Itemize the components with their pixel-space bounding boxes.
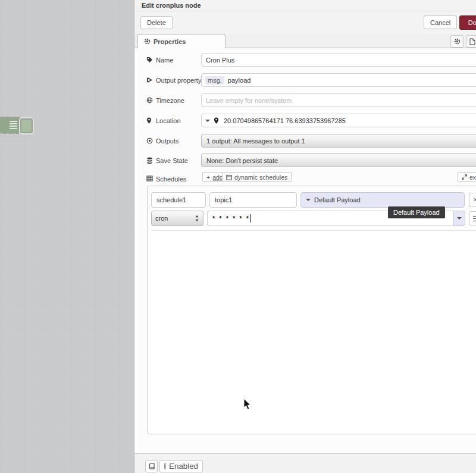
dynamic-schedules-button[interactable]: dynamic schedules xyxy=(222,172,292,182)
database-icon xyxy=(146,157,153,164)
dialog-title: Edit cronplus node xyxy=(142,2,201,9)
table-icon xyxy=(146,176,153,183)
remove-schedule-button[interactable]: × xyxy=(469,193,476,207)
location-input[interactable]: 20.07049865764171 76.63933753967285 xyxy=(201,114,476,127)
cancel-button[interactable]: Cancel xyxy=(424,15,457,29)
map-pin-icon xyxy=(214,117,220,124)
schedules-label: Schedules xyxy=(146,172,201,186)
output-property-input[interactable]: msg. payload xyxy=(201,73,476,87)
name-label: Name xyxy=(146,53,201,67)
timezone-input[interactable] xyxy=(201,93,476,107)
cron-expression-value: * * * * * * xyxy=(212,215,250,222)
tab-properties[interactable]: Properties xyxy=(137,34,226,48)
toggle-circle-icon xyxy=(164,463,166,469)
list-icon xyxy=(10,121,17,130)
enabled-toggle[interactable]: Enabled xyxy=(159,460,203,472)
output-property-label: Output property xyxy=(146,73,203,87)
save-state-select[interactable]: None: Don't persist state xyxy=(201,154,476,167)
docs-button[interactable] xyxy=(145,460,158,472)
outputs-select[interactable]: 1 output: All messages to output 1 xyxy=(201,134,476,148)
edit-node-dialog: Edit cronplus node Delete Cancel Done Pr… xyxy=(134,0,476,473)
menu-icon xyxy=(473,216,476,221)
plus-icon: + xyxy=(206,174,210,181)
tag-icon xyxy=(146,57,153,64)
document-icon xyxy=(469,38,476,45)
map-marker-icon xyxy=(146,117,153,124)
flow-node-port xyxy=(20,118,33,133)
book-icon xyxy=(149,463,155,469)
chevron-down-icon[interactable] xyxy=(205,120,210,124)
output-property-value: payload xyxy=(228,77,251,84)
schedule-divider xyxy=(151,230,476,231)
globe-icon xyxy=(146,97,153,104)
node-description-button[interactable] xyxy=(466,35,476,48)
select-arrows-icon xyxy=(195,215,199,222)
location-value: 20.07049865764171 76.63933753967285 xyxy=(224,117,346,124)
done-button[interactable]: Done xyxy=(459,15,476,30)
enabled-label: Enabled xyxy=(169,462,198,471)
chevron-down-icon xyxy=(457,217,462,222)
schedule-type-value: cron xyxy=(155,215,195,222)
delete-button[interactable]: Delete xyxy=(140,16,173,29)
payload-type-select[interactable]: Default Payload xyxy=(300,192,465,208)
text-cursor xyxy=(250,214,251,223)
sign-out-icon xyxy=(146,77,153,84)
schedule-topic-input[interactable] xyxy=(209,192,297,208)
payload-tooltip: Default Payload xyxy=(388,206,445,218)
msg-type-chip[interactable]: msg. xyxy=(205,76,224,84)
flow-workspace xyxy=(0,0,134,473)
properties-form: Name Output property msg. payload Timezo… xyxy=(134,48,476,453)
timezone-label: Timezone xyxy=(146,93,201,107)
node-settings-button[interactable] xyxy=(450,35,464,48)
calendar-icon xyxy=(226,174,232,180)
schedule-menu-button[interactable] xyxy=(469,211,476,225)
header-divider xyxy=(134,11,476,11)
close-icon: × xyxy=(473,196,476,204)
outputs-label: Outputs xyxy=(146,134,201,148)
schedule-type-select[interactable]: cron xyxy=(151,211,203,226)
mouse-cursor xyxy=(243,398,252,411)
gear-icon xyxy=(454,38,461,45)
gear-icon xyxy=(144,38,151,45)
flow-node xyxy=(0,117,20,133)
save-state-value: None: Don't persist state xyxy=(206,157,278,164)
screen: { "dialog": { "title": "Edit cronplus no… xyxy=(0,0,476,473)
expand-schedules-button[interactable]: expand xyxy=(458,172,476,182)
dot-circle-icon xyxy=(146,137,153,145)
expression-dropdown-button[interactable] xyxy=(453,211,465,226)
dialog-header: Edit cronplus node Delete Cancel Done xyxy=(134,0,476,35)
tab-properties-label: Properties xyxy=(154,38,186,45)
payload-type-value: Default Payload xyxy=(314,196,361,203)
expand-icon xyxy=(462,174,467,180)
schedule-list: Default Payload × cron * * * * * * xyxy=(147,186,476,434)
chevron-down-icon xyxy=(306,199,311,203)
outputs-value: 1 output: All messages to output 1 xyxy=(206,137,305,145)
location-label: Location xyxy=(146,114,201,127)
dialog-footer: Enabled xyxy=(134,453,476,473)
schedule-name-input[interactable] xyxy=(151,192,206,208)
save-state-label: Save State xyxy=(146,154,201,167)
name-input[interactable] xyxy=(201,53,476,67)
